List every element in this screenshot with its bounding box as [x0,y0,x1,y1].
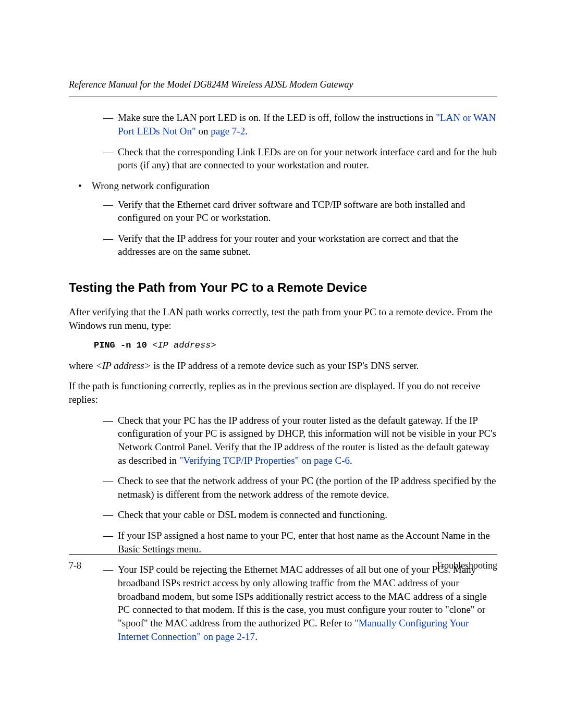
text: where [69,360,95,371]
page: Reference Manual for the Model DG824M Wi… [0,0,563,728]
bullet-list: Wrong network configuration Verify that … [69,179,497,258]
text: . [350,455,352,466]
text: is the IP address of a remote device suc… [151,360,419,371]
nested-dash-list: Verify that the Ethernet card driver sof… [92,198,497,259]
list-item: Check that your cable or DSL modem is co… [69,508,497,522]
text: Make sure the LAN port LED is on. If the… [118,112,436,123]
command-line: PING -n 10 <IP address> [94,340,497,352]
text: Wrong network configuration [92,180,210,191]
text: . [245,126,248,137]
reply-check-list: Check that your PC has the IP address of… [69,414,497,644]
text: . [255,631,258,642]
continued-dash-list: Make sure the LAN port LED is on. If the… [69,111,497,172]
list-item: Verify that the Ethernet card driver sof… [92,198,497,225]
text: on [196,126,211,137]
list-item: Check that the corresponding Link LEDs a… [69,145,497,172]
page-number: 7-8 [69,559,81,572]
running-header: Reference Manual for the Model DG824M Wi… [69,78,497,96]
page-footer: 7-8 Troubleshooting [69,554,497,572]
list-item: Check that your PC has the IP address of… [69,414,497,467]
paragraph: where <IP address> is the IP address of … [69,359,497,373]
command-arg: <IP address> [152,340,216,350]
italic-text: <IP address> [95,360,151,371]
section-heading: Testing the Path from Your PC to a Remot… [69,279,497,296]
xref-link-tcpip-properties[interactable]: "Verifying TCP/IP Properties" on page C-… [179,455,350,466]
list-item: Verify that the IP address for your rout… [92,232,497,258]
paragraph: If the path is functioning correctly, re… [69,379,497,406]
command-text: PING -n 10 [94,340,152,350]
list-item: Check to see that the network address of… [69,474,497,501]
list-item: If your ISP assigned a host name to your… [69,529,497,556]
paragraph: After verifying that the LAN path works … [69,305,497,332]
xref-link-page-7-2[interactable]: page 7-2 [211,126,245,137]
list-item: Wrong network configuration Verify that … [69,179,497,258]
list-item: Make sure the LAN port LED is on. If the… [69,111,497,138]
footer-section-name: Troubleshooting [436,559,497,572]
list-item: Your ISP could be rejecting the Ethernet… [69,563,497,643]
